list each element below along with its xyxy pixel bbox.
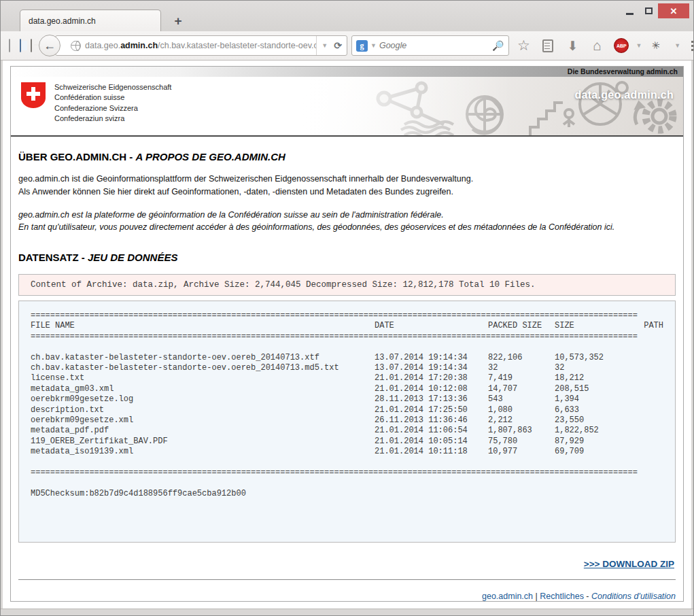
downloads-icon[interactable]: ⬇ <box>562 35 583 56</box>
urlbar-dropdown-icon[interactable]: ▼ <box>322 42 328 49</box>
new-tab-button[interactable]: + <box>168 12 188 30</box>
file-path <box>616 373 663 383</box>
footer-separator: | <box>533 592 540 601</box>
separator-line: ========================================… <box>31 332 663 342</box>
file-size: 32 <box>555 363 616 373</box>
bookmark-favicon-2[interactable] <box>20 39 21 52</box>
bookmark-favicon-1[interactable] <box>9 39 10 52</box>
adblock-dropdown-icon[interactable]: ▼ <box>636 42 642 49</box>
gov-bar: Die Bundesverwaltung admin.ch <box>11 67 683 77</box>
listing-header-row: FILE NAME DATE PACKED SIZE SIZE PATH <box>31 321 663 331</box>
reload-icon[interactable]: ⟳ <box>334 40 342 51</box>
col-date: DATE <box>375 321 488 331</box>
logo-line: Confédération suisse <box>54 92 171 103</box>
md5-checksum: MD5Checksum:b82b7d9c4d188956ff9cae5cba91… <box>31 489 663 499</box>
swiss-shield-icon <box>20 82 46 109</box>
file-row: ch.bav.kataster-belasteter-standorte-oev… <box>31 353 663 363</box>
about-paragraph-de: geo.admin.ch ist die Geoinformationsplat… <box>18 173 676 199</box>
footer-link-conditions[interactable]: Conditions d'utilisation <box>591 592 676 601</box>
bookmark-star-icon[interactable]: ☆ <box>513 35 534 56</box>
file-date: 13.07.2014 19:14:34 <box>375 353 488 363</box>
blank-line <box>31 342 663 352</box>
file-path <box>616 363 663 373</box>
adblock-icon: ABP <box>614 38 629 53</box>
back-icon: ← <box>44 39 56 53</box>
file-date: 21.01.2014 17:20:38 <box>375 373 488 383</box>
search-engine-icon[interactable]: g <box>356 40 368 52</box>
close-button[interactable]: ✕ <box>658 3 689 18</box>
file-size: 10,573,352 <box>555 353 616 363</box>
clipboard-icon <box>542 39 553 52</box>
about-de-line2: Als Anwender können Sie hier direkt auf … <box>18 187 453 196</box>
search-magnifier-icon[interactable]: 🔍 <box>493 40 504 51</box>
footer-link-geoadmin[interactable]: geo.admin.ch <box>482 592 533 601</box>
file-date: 21.01.2014 11:06:54 <box>375 426 488 436</box>
file-name: ch.bav.kataster-belasteter-standorte-oev… <box>31 353 375 363</box>
menu-button[interactable] <box>689 35 694 56</box>
url-bar[interactable]: data.geo.admin.ch/ch.bav.kataster-belast… <box>55 35 347 56</box>
blank-line <box>31 520 663 530</box>
dataset-heading-fr: JEU DE DONNÉES <box>88 252 178 263</box>
file-date: 21.01.2014 10:12:08 <box>375 384 488 394</box>
file-size: 6,633 <box>555 405 616 415</box>
addon-dropdown-icon[interactable]: ▼ <box>674 42 680 49</box>
about-heading: ÜBER GEO.ADMIN.CH - A PROPOS DE GEO.ADMI… <box>18 151 676 162</box>
site-identity-globe-icon[interactable] <box>71 41 81 51</box>
header-banner: data.geo.admin.ch <box>302 77 683 135</box>
file-packed-size: 822,106 <box>488 353 555 363</box>
archive-listing-box: ========================================… <box>18 301 676 543</box>
search-engine-dropdown-icon[interactable]: ▼ <box>370 42 377 49</box>
tab-title: data.geo.admin.ch <box>29 16 96 26</box>
home-icon[interactable]: ⌂ <box>587 35 607 56</box>
file-size: 23,550 <box>555 415 616 426</box>
search-bar[interactable]: g ▼ 🔍 <box>351 35 509 56</box>
navigation-toolbar: ← data.geo.admin.ch/ch.bav.kataster-bela… <box>1 31 693 61</box>
dataset-heading-de: DATENSATZ - <box>18 252 88 263</box>
footer-link-rechtliches[interactable]: Rechtliches <box>540 592 584 601</box>
logo-line: Confederaziun svizra <box>54 114 171 124</box>
file-row: metadata_pdf.pdf 21.01.2014 11:06:54 1,8… <box>31 426 663 436</box>
page-viewport: Die Bundesverwaltung admin.ch <box>3 61 691 609</box>
maximize-button[interactable] <box>639 3 658 18</box>
back-button[interactable]: ← <box>39 35 60 56</box>
about-de-line1: geo.admin.ch ist die Geoinformationsplat… <box>18 174 473 184</box>
col-file-name: FILE NAME <box>31 321 375 331</box>
minimize-button[interactable] <box>620 3 639 18</box>
adblock-button[interactable]: ABP <box>611 35 631 56</box>
file-packed-size: 1,080 <box>488 405 555 415</box>
page-content: ÜBER GEO.ADMIN.CH - A PROPOS DE GEO.ADMI… <box>11 151 683 602</box>
blank-line <box>31 499 663 509</box>
bookmarks-panel-icon[interactable] <box>538 35 558 56</box>
file-path <box>616 415 663 426</box>
browser-tab[interactable]: data.geo.admin.ch <box>20 10 161 31</box>
file-name: description.txt <box>31 405 375 415</box>
file-size: 69,709 <box>555 447 616 457</box>
file-path <box>616 384 663 394</box>
dataset-heading: DATENSATZ - JEU DE DONNÉES <box>18 252 676 263</box>
site-header: Die Bundesverwaltung admin.ch <box>11 67 683 137</box>
file-name: oerebkrm09gesetze.log <box>31 394 375 405</box>
addon-icon[interactable]: ✳ <box>644 33 669 58</box>
file-row: description.txt 21.01.2014 17:25:50 1,08… <box>31 405 663 415</box>
url-domain: admin.ch <box>120 41 158 50</box>
download-zip-link[interactable]: >>> DOWNLOAD ZIP <box>584 559 674 569</box>
file-row: license.txt 21.01.2014 17:20:38 7,419 18… <box>31 373 663 383</box>
file-path <box>616 426 663 436</box>
file-size: 18,212 <box>555 373 616 383</box>
file-packed-size: 7,419 <box>488 373 555 383</box>
footer-links: geo.admin.ch | Rechtliches - Conditions … <box>18 592 676 601</box>
file-size: 1,394 <box>555 394 616 405</box>
about-fr-line2: En tant qu'utilisateur, vous pouvez dire… <box>18 222 614 232</box>
file-size: 87,929 <box>555 437 616 447</box>
swiss-logo: Schweizerische Eidgenossenschaft Confédé… <box>20 82 171 124</box>
blank-line <box>31 510 663 520</box>
file-row: 119_OEREB_Zertifikat_BAV.PDF 21.01.2014 … <box>31 437 663 447</box>
banner-site-title: data.geo.admin.ch <box>574 89 674 101</box>
file-packed-size: 32 <box>488 363 555 373</box>
file-path <box>616 405 663 415</box>
file-name: oerebkrm09gesetze.xml <box>31 415 375 426</box>
url-text: data.geo.admin.ch/ch.bav.kataster-belast… <box>85 41 316 50</box>
search-input[interactable] <box>379 41 490 50</box>
bookmark-favicon-3[interactable] <box>31 39 32 52</box>
hamburger-icon <box>691 41 694 43</box>
